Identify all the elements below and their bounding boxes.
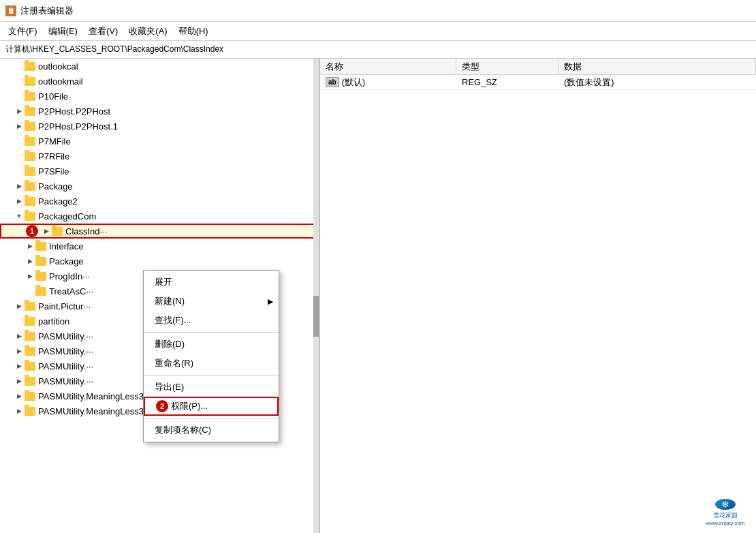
context-menu-permissions[interactable]: 2 权限(P)... <box>144 397 279 416</box>
data-cell-name: ab (默认) <box>320 75 456 89</box>
expand-arrow-icon[interactable]: ▶ <box>14 346 25 356</box>
context-menu-expand-label: 展开 <box>155 276 172 288</box>
step-badge-1: 1 <box>26 225 38 237</box>
expand-arrow-icon[interactable]: ▶ <box>14 361 25 371</box>
tree-label: Package <box>49 256 84 266</box>
tree-item-package-sub[interactable]: ▶ Package <box>0 254 319 269</box>
tree-label: Interface <box>49 241 84 252</box>
submenu-arrow-icon: ▶ <box>268 297 273 306</box>
tree-item-p10file[interactable]: P10File <box>0 89 319 104</box>
folder-icon <box>25 107 35 116</box>
folder-icon <box>25 92 35 101</box>
expand-arrow-icon[interactable]: ▶ <box>25 256 35 266</box>
tree-label: P7MFile <box>38 136 71 147</box>
expand-arrow-icon[interactable]: ▶ <box>25 241 35 252</box>
expand-placeholder <box>14 136 25 147</box>
menu-file[interactable]: 文件(F) <box>3 24 43 39</box>
tree-item-p2phost1[interactable]: ▶ P2PHost.P2PHost <box>0 104 319 119</box>
folder-icon <box>35 242 46 251</box>
col-header-type: 类型 <box>456 59 558 74</box>
main-content: outlookcal outlookmail P10File ▶ P2PHost… <box>0 59 756 533</box>
menu-favorites[interactable]: 收藏夹(A) <box>123 24 172 39</box>
context-menu-find[interactable]: 查找(F)... <box>144 311 279 330</box>
expand-placeholder <box>25 286 35 296</box>
watermark-icon: ❄ <box>715 499 736 510</box>
expand-arrow-icon[interactable]: ▶ <box>14 106 25 117</box>
expand-placeholder <box>14 166 25 177</box>
tree-label: PASMUtility.··· <box>38 346 93 356</box>
tree-label: Paint.Pictur··· <box>38 301 91 311</box>
expand-arrow-icon[interactable]: ▶ <box>14 181 25 192</box>
expand-arrow-icon[interactable]: ▶ <box>14 406 25 416</box>
app-icon: 📋 <box>5 5 16 16</box>
column-headers: 名称 类型 数据 <box>320 59 756 75</box>
folder-icon <box>25 302 35 311</box>
tree-item-outlookmail[interactable]: outlookmail <box>0 74 319 89</box>
tree-item-p7sfile[interactable]: P7SFile <box>0 164 319 179</box>
scrollbar-thumb[interactable] <box>313 296 319 337</box>
folder-icon <box>25 212 35 221</box>
tree-label: PASMUtility.MeaningLess3.2 <box>38 406 151 416</box>
address-bar: 计算机\HKEY_CLASSES_ROOT\PackagedCom\ClassI… <box>0 41 756 59</box>
expand-arrow-icon[interactable]: ▶ <box>41 226 52 237</box>
expand-arrow-icon[interactable]: ▶ <box>14 391 25 401</box>
tree-item-package2[interactable]: ▶ Package2 <box>0 194 319 209</box>
tree-scrollbar[interactable] <box>313 59 319 533</box>
context-menu-expand[interactable]: 展开 <box>144 273 279 292</box>
context-menu-permissions-label: 权限(P)... <box>171 400 208 412</box>
tree-label: P10File <box>38 91 68 102</box>
tree-item-outlookcal[interactable]: outlookcal <box>0 59 319 74</box>
context-menu-export[interactable]: 导出(E) <box>144 378 279 397</box>
context-menu-export-label: 导出(E) <box>155 381 184 393</box>
ab-badge: ab <box>326 77 339 87</box>
tree-label: ProgIdIn··· <box>49 271 90 281</box>
menu-edit[interactable]: 编辑(E) <box>43 24 83 39</box>
folder-icon <box>25 362 35 371</box>
watermark-url: www.xnjaty.com <box>706 520 745 526</box>
expand-arrow-icon[interactable]: ▶ <box>14 331 25 341</box>
tree-item-interface[interactable]: ▶ Interface <box>0 239 319 254</box>
tree-item-packagedcom[interactable]: ▼ PackagedCom <box>0 209 319 224</box>
expand-arrow-icon[interactable]: ▶ <box>14 301 25 311</box>
tree-label: P7SFile <box>38 166 69 177</box>
menu-help[interactable]: 帮助(H) <box>173 24 214 39</box>
tree-label: P2PHost.P2PHost.1 <box>38 121 118 132</box>
tree-item-p2phost2[interactable]: ▶ P2PHost.P2PHost.1 <box>0 119 319 134</box>
context-menu-rename[interactable]: 重命名(R) <box>144 354 279 373</box>
folder-icon <box>25 332 35 341</box>
tree-label: outlookcal <box>38 61 78 72</box>
tree-item-classindex[interactable]: 1 ▶ ClassInd··· <box>0 224 319 239</box>
tree-item-package[interactable]: ▶ Package <box>0 179 319 194</box>
app-title: 注册表编辑器 <box>20 5 74 17</box>
tree-label: P7RFile <box>38 151 69 162</box>
tree-label: ClassInd··· <box>65 226 107 237</box>
context-menu-separator-1 <box>144 332 279 333</box>
expand-arrow-icon[interactable]: ▶ <box>14 196 25 207</box>
tree-item-p7rfile[interactable]: P7RFile <box>0 149 319 164</box>
expand-placeholder <box>14 61 25 72</box>
expand-arrow-icon[interactable]: ▶ <box>25 271 35 281</box>
folder-icon <box>35 287 46 296</box>
expand-arrow-icon[interactable]: ▶ <box>14 121 25 132</box>
expand-placeholder <box>14 76 25 87</box>
context-menu-delete-label: 删除(D) <box>155 338 185 350</box>
folder-icon <box>25 62 35 71</box>
context-menu-copy-name[interactable]: 复制项名称(C) <box>144 421 279 440</box>
data-name-value: (默认) <box>342 76 366 89</box>
context-menu-new[interactable]: 新建(N) ▶ <box>144 292 279 311</box>
tree-label: partition <box>38 316 69 326</box>
folder-icon <box>25 407 35 416</box>
context-menu-delete[interactable]: 删除(D) <box>144 335 279 354</box>
col-header-name: 名称 <box>320 59 456 74</box>
folder-icon <box>25 182 35 191</box>
right-panel: 名称 类型 数据 ab (默认) REG_SZ (数值未设置) <box>320 59 756 533</box>
expand-placeholder <box>14 91 25 102</box>
expand-placeholder <box>14 151 25 162</box>
data-row-default[interactable]: ab (默认) REG_SZ (数值未设置) <box>320 75 756 90</box>
tree-item-p7mfile[interactable]: P7MFile <box>0 134 319 149</box>
folder-icon <box>35 257 46 266</box>
menu-view[interactable]: 查看(V) <box>83 24 123 39</box>
expand-arrow-icon[interactable]: ▼ <box>14 211 25 222</box>
expand-arrow-icon[interactable]: ▶ <box>14 376 25 386</box>
tree-label: PASMUtility.··· <box>38 331 93 341</box>
